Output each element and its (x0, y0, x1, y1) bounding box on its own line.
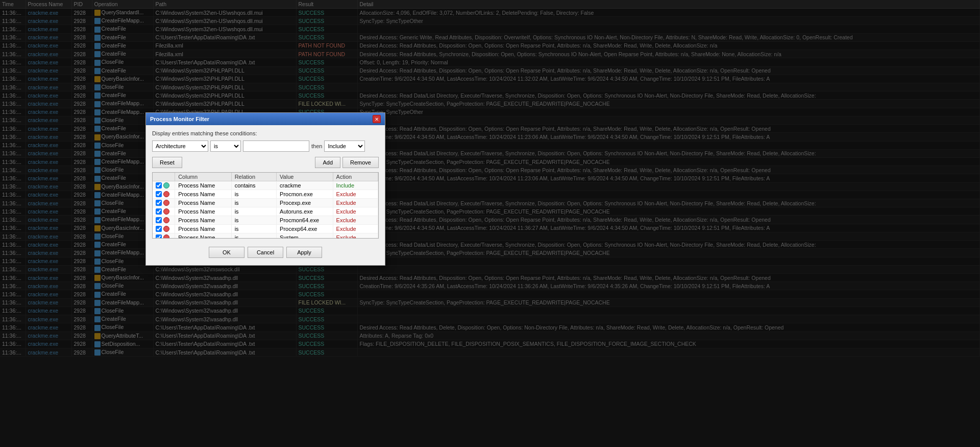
filter-row-icon (163, 234, 169, 239)
filter-row-checkbox[interactable] (156, 182, 162, 189)
filter-row-value: Procexp64.exe (277, 225, 333, 233)
filter-row-action: Exclude (333, 216, 378, 225)
list-item[interactable]: Process Name contains crackme Include (153, 181, 378, 190)
filter-row-value: Procmon.exe (277, 190, 333, 199)
col-header-column: Column (175, 173, 232, 181)
filter-row-action: Exclude (333, 207, 378, 216)
add-button[interactable]: Add (315, 157, 340, 168)
filter-row-checkbox-cell (153, 190, 175, 199)
list-item[interactable]: Process Name is Procmon64.exe Exclude (153, 216, 378, 225)
filter-row-relation: is (231, 233, 276, 239)
filter-row-checkbox[interactable] (156, 200, 162, 206)
relation-select[interactable]: isis notcontainsexcludesbegins withends … (210, 140, 241, 152)
close-icon: ✕ (375, 116, 379, 122)
filter-row-action: Exclude (333, 233, 378, 239)
dialog-footer: OK Cancel Apply (152, 244, 379, 260)
filter-row-action: Exclude (333, 225, 378, 233)
filter-definition-row: ArchitectureProcess NamePIDOperationPath… (152, 140, 379, 152)
filter-row-checkbox-cell (153, 199, 175, 207)
filter-row-relation: is (231, 207, 276, 216)
dialog-body: Display entries matching these condition… (146, 125, 385, 265)
filter-row-checkbox-cell (153, 207, 175, 216)
filter-row-action: Exclude (333, 190, 378, 199)
filter-row-checkbox-cell (153, 225, 175, 233)
dialog-close-button[interactable]: ✕ (373, 115, 381, 123)
filter-dialog: Process Monitor Filter ✕ Display entries… (145, 112, 385, 266)
apply-button[interactable]: Apply (286, 247, 322, 258)
filter-row-icon (163, 226, 169, 232)
col-header-action: Action (333, 173, 378, 181)
filter-row-relation: is (231, 225, 276, 233)
filter-row-icon (163, 182, 169, 189)
filter-list-container[interactable]: Column Relation Value Action Process Nam… (152, 172, 379, 239)
action-select[interactable]: IncludeExclude (324, 140, 365, 152)
filter-row-icon (163, 200, 169, 206)
dialog-titlebar: Process Monitor Filter ✕ (146, 113, 385, 125)
filter-row-checkbox-cell (153, 233, 175, 239)
col-header-relation: Relation (231, 173, 276, 181)
dialog-title: Process Monitor Filter (150, 116, 209, 122)
filter-row-relation: contains (231, 181, 276, 190)
ok-button[interactable]: OK (209, 247, 244, 258)
filter-row-checkbox[interactable] (156, 226, 162, 232)
filter-row-icon (163, 191, 169, 197)
filter-row-checkbox-cell (153, 216, 175, 225)
filter-row-value: Procexp.exe (277, 199, 333, 207)
filter-row-action: Include (333, 181, 378, 190)
filter-row-checkbox[interactable] (156, 217, 162, 223)
filter-action-buttons: Reset Add Remove (152, 157, 379, 168)
filter-row-relation: is (231, 199, 276, 207)
list-item[interactable]: Process Name is System Exclude (153, 233, 378, 239)
filter-row-column: Process Name (175, 190, 232, 199)
filter-table: Column Relation Value Action Process Nam… (153, 173, 378, 239)
filter-row-relation: is (231, 216, 276, 225)
value-input[interactable] (243, 140, 309, 152)
filter-row-column: Process Name (175, 225, 232, 233)
filter-row-relation: is (231, 190, 276, 199)
cancel-button[interactable]: Cancel (248, 247, 283, 258)
list-item[interactable]: Process Name is Autoruns.exe Exclude (153, 207, 378, 216)
list-item[interactable]: Process Name is Procexp64.exe Exclude (153, 225, 378, 233)
filter-row-value: crackme (277, 181, 333, 190)
col-header-value: Value (277, 173, 333, 181)
col-header-checkbox (153, 173, 175, 181)
filter-row-checkbox-cell (153, 181, 175, 190)
filter-row-column: Process Name (175, 233, 232, 239)
dialog-description: Display entries matching these condition… (152, 130, 379, 136)
filter-row-checkbox[interactable] (156, 191, 162, 197)
filter-row-value: System (277, 233, 333, 239)
then-label: then (311, 143, 322, 149)
column-select[interactable]: ArchitectureProcess NamePIDOperationPath… (152, 140, 208, 152)
filter-row-column: Process Name (175, 181, 232, 190)
filter-row-value: Autoruns.exe (277, 207, 333, 216)
filter-row-checkbox[interactable] (156, 234, 162, 239)
filter-row-column: Process Name (175, 207, 232, 216)
reset-button[interactable]: Reset (152, 157, 182, 168)
filter-row-action: Exclude (333, 199, 378, 207)
filter-row-checkbox[interactable] (156, 208, 162, 215)
filter-row-value: Procmon64.exe (277, 216, 333, 225)
filter-row-column: Process Name (175, 216, 232, 225)
filter-row-column: Process Name (175, 199, 232, 207)
remove-button[interactable]: Remove (342, 157, 379, 168)
list-item[interactable]: Process Name is Procexp.exe Exclude (153, 199, 378, 207)
list-item[interactable]: Process Name is Procmon.exe Exclude (153, 190, 378, 199)
filter-row-icon (163, 208, 169, 215)
filter-row-icon (163, 217, 169, 223)
